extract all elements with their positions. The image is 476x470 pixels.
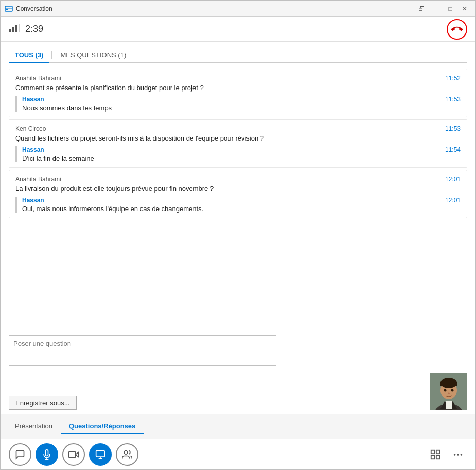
svg-rect-2 [6, 9, 8, 10]
reply-3-author: Hassan [22, 197, 44, 204]
signal-icon [9, 24, 20, 35]
reply-2-header: Hassan 11:54 [22, 146, 461, 153]
toolbar-left [9, 443, 426, 466]
tab-qa[interactable]: Questions/Réponses [61, 419, 144, 434]
svg-rect-5 [15, 25, 17, 32]
qa-item-3: Anahita Bahrami 12:01 La livraison du pr… [9, 170, 467, 218]
save-button[interactable]: Enregistrer sous... [9, 396, 77, 410]
reply-1-text: Nous sommes dans les temps [22, 104, 112, 112]
hangup-button[interactable] [447, 19, 467, 40]
svg-rect-26 [431, 455, 434, 458]
svg-rect-25 [436, 450, 439, 453]
svg-rect-15 [446, 401, 452, 409]
mic-button[interactable] [36, 443, 58, 466]
reply-1-author: Hassan [22, 96, 44, 103]
reply-1-header: Hassan 11:53 [22, 96, 461, 103]
reply-2-author: Hassan [22, 146, 44, 153]
svg-point-28 [454, 454, 456, 456]
qa-item-2: Ken Circeo 11:53 Quand les fichiers du p… [9, 119, 467, 168]
question-2-author: Ken Circeo [15, 125, 46, 132]
svg-rect-11 [440, 382, 457, 386]
layout-button[interactable] [426, 445, 445, 464]
reply-1-time: 11:53 [445, 96, 461, 103]
tab-separator [51, 51, 52, 59]
svg-rect-0 [5, 6, 12, 11]
call-time: 2:39 [25, 24, 447, 34]
tab-all[interactable]: TOUS (3) [9, 48, 49, 63]
minimize-button[interactable]: — [429, 4, 443, 14]
question-input[interactable] [9, 335, 276, 366]
bottom-nav: Présentation Questions/Réponses [1, 414, 475, 439]
screen-button[interactable] [89, 443, 112, 466]
tab-my-questions[interactable]: MES QUESTIONS (1) [54, 48, 132, 63]
question-3-text: La livraison du produit est-elle toujour… [15, 185, 461, 193]
callbar: 2:39 [1, 17, 475, 42]
svg-rect-3 [9, 29, 11, 32]
reply-3-header: Hassan 12:01 [22, 197, 461, 204]
qa-list: Anahita Bahrami 11:52 Comment se présent… [9, 69, 467, 330]
action-row: Enregistrer sous... [9, 373, 467, 410]
toolbar [1, 439, 475, 469]
svg-point-30 [461, 454, 463, 456]
svg-rect-24 [431, 450, 434, 453]
question-2-header: Ken Circeo 11:53 [15, 125, 461, 132]
question-2: Ken Circeo 11:53 Quand les fichiers du p… [15, 125, 461, 142]
maximize-button[interactable]: □ [444, 4, 457, 14]
question-2-time: 11:53 [445, 125, 461, 132]
reply-2-text: D'ici la fin de la semaine [22, 154, 94, 162]
reply-3-time: 12:01 [445, 197, 461, 204]
svg-rect-19 [69, 451, 76, 458]
app-icon [5, 5, 13, 13]
question-1-author: Anahita Bahrami [15, 75, 61, 82]
toolbar-right [426, 445, 467, 464]
titlebar: Conversation 🗗 — □ ✕ [1, 1, 475, 17]
question-3-time: 12:01 [445, 176, 461, 183]
svg-point-14 [448, 393, 450, 394]
svg-marker-18 [75, 452, 78, 456]
question-3: Anahita Bahrami 12:01 La livraison du pr… [15, 176, 461, 193]
question-2-text: Quand les fichiers du projet seront-ils … [15, 134, 461, 142]
question-1: Anahita Bahrami 11:52 Comment se présent… [15, 75, 461, 92]
question-input-area [9, 335, 467, 368]
svg-rect-20 [96, 450, 105, 457]
main-content: TOUS (3) MES QUESTIONS (1) Anahita Bahra… [1, 42, 475, 414]
bottom-tabs: Présentation Questions/Réponses [7, 419, 144, 434]
tab-presentation[interactable]: Présentation [7, 419, 61, 434]
reply-3-text: Oui, mais nous informerons l'équipe en c… [22, 205, 203, 213]
reply-2-time: 11:54 [445, 146, 461, 153]
svg-rect-4 [12, 27, 14, 32]
question-1-text: Comment se présente la planification du … [15, 84, 461, 92]
svg-point-29 [457, 454, 459, 456]
close-button[interactable]: ✕ [458, 4, 471, 14]
user-avatar [430, 373, 467, 410]
svg-rect-27 [436, 455, 439, 458]
reply-1: Hassan 11:53 Nous sommes dans les temps [15, 96, 461, 112]
svg-point-12 [444, 389, 447, 392]
more-button[interactable] [449, 445, 467, 464]
conversation-window: Conversation 🗗 — □ ✕ 2:39 TOUS [0, 0, 476, 470]
svg-rect-6 [19, 24, 20, 32]
participants-button[interactable] [116, 443, 138, 466]
window-title: Conversation [16, 5, 415, 12]
reply-3: Hassan 12:01 Oui, mais nous informerons … [15, 197, 461, 213]
question-1-time: 11:52 [445, 75, 461, 82]
question-1-header: Anahita Bahrami 11:52 [15, 75, 461, 82]
svg-point-13 [451, 389, 454, 392]
reply-2: Hassan 11:54 D'ici la fin de la semaine [15, 146, 461, 162]
window-controls: 🗗 — □ ✕ [415, 4, 471, 14]
question-3-author: Anahita Bahrami [15, 176, 61, 183]
chat-button[interactable] [9, 443, 31, 466]
video-button[interactable] [62, 443, 85, 466]
svg-point-23 [124, 450, 128, 454]
restore-button[interactable]: 🗗 [415, 4, 428, 14]
qa-item-1: Anahita Bahrami 11:52 Comment se présent… [9, 69, 467, 117]
tab-bar: TOUS (3) MES QUESTIONS (1) [9, 48, 467, 63]
question-3-header: Anahita Bahrami 12:01 [15, 176, 461, 183]
